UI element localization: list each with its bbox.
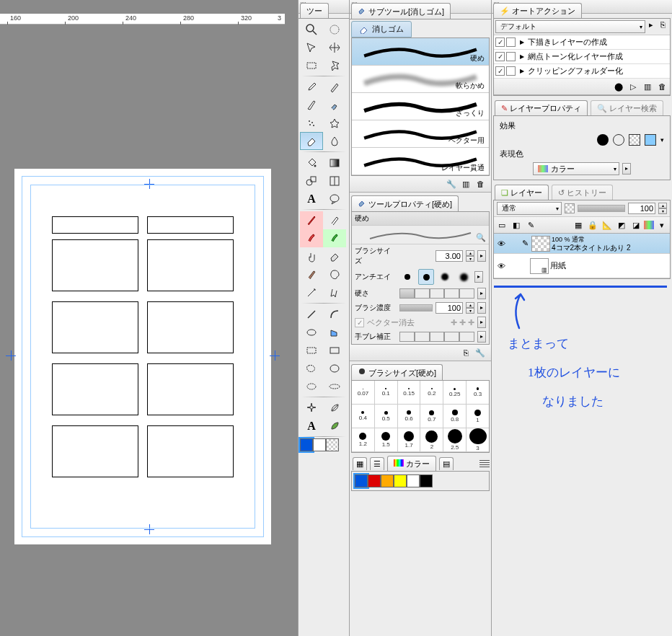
eyedropper-tool-icon[interactable] [300, 78, 323, 96]
color-red[interactable] [368, 474, 381, 487]
duplicate-set-icon[interactable]: ⎘ [657, 20, 668, 33]
brush-size-cell[interactable]: 1 [467, 405, 489, 428]
polygon-tool-icon[interactable] [323, 323, 346, 341]
lasso3-tool-icon[interactable] [300, 377, 323, 395]
fill-tool-icon[interactable] [300, 154, 323, 172]
color-yellow[interactable] [394, 474, 407, 487]
color-white[interactable] [407, 474, 420, 487]
auto-action-tab[interactable]: ⚡ オートアクション [493, 3, 582, 18]
aa-none-icon[interactable] [399, 269, 415, 285]
mask-icon[interactable]: ◩ [615, 218, 628, 231]
tool-tab[interactable]: ツー [300, 3, 329, 18]
play-action-icon[interactable]: ▶ [517, 66, 526, 76]
fg-color-swatch[interactable] [300, 438, 313, 451]
density-detail-icon[interactable]: ▸ [477, 302, 486, 314]
frame-tool-icon[interactable] [323, 172, 346, 190]
draft-icon[interactable]: ✎ [524, 218, 537, 231]
vector-detail-icon[interactable]: ▸ [477, 317, 486, 328]
action-enable-checkbox[interactable] [495, 37, 505, 47]
color-tab-2[interactable]: ☰ [370, 457, 384, 470]
brush4-tool-icon[interactable] [323, 283, 346, 301]
leaf2-tool-icon[interactable] [323, 417, 346, 435]
action-dialog-checkbox[interactable] [506, 66, 516, 76]
sparkle-tool-icon[interactable] [300, 399, 323, 417]
operation-tool-icon[interactable] [300, 38, 323, 56]
play-all-icon[interactable]: ▷ [627, 80, 640, 93]
color-fg[interactable] [355, 474, 368, 487]
new-action-icon[interactable]: ▥ [641, 80, 654, 93]
rect2-tool-icon[interactable] [323, 341, 346, 359]
aa-strong-icon[interactable] [456, 269, 472, 285]
brush-size-cell[interactable]: 0.07 [352, 381, 375, 404]
screentone-effect-icon[interactable] [629, 134, 640, 146]
layer-menu-icon[interactable]: ▾ [655, 218, 668, 231]
opacity-input[interactable]: 100 [628, 203, 655, 214]
subtool-tab-header[interactable]: サブツール[消しゴム] [351, 3, 451, 19]
alpha-icon[interactable] [565, 203, 575, 213]
visibility-icon[interactable]: 👁 [495, 260, 507, 272]
canvas-area[interactable]: 160 200 240 280 320 3 [0, 0, 298, 636]
bg-color-swatch[interactable] [313, 438, 326, 451]
auto-select-tool-icon[interactable] [323, 56, 346, 74]
brush-size-cell[interactable]: 1.2 [352, 428, 375, 451]
brush-size-cell[interactable]: 0.25 [443, 381, 467, 404]
brush-size-cell[interactable]: 0.4 [352, 405, 375, 428]
leaf-tool-icon[interactable] [323, 399, 346, 417]
action-dialog-checkbox[interactable] [506, 37, 516, 47]
export-set-icon[interactable]: ▸ [645, 20, 657, 33]
blend-mode-dropdown[interactable]: 通常 [497, 202, 562, 215]
color-tab-3[interactable]: カラー [387, 456, 436, 471]
shake-seg[interactable] [399, 332, 415, 342]
render-detail-icon[interactable]: ▸ [622, 163, 631, 175]
hardness-seg[interactable] [399, 288, 415, 299]
pen-tool-icon[interactable] [323, 78, 346, 96]
aa-mid-icon[interactable] [437, 269, 453, 285]
hardness-seg[interactable] [459, 288, 474, 299]
hardness-seg[interactable] [430, 288, 445, 299]
hardness-seg[interactable] [415, 288, 430, 299]
shake-detail-icon[interactable]: ▸ [477, 331, 486, 343]
eraser-tool-icon[interactable] [300, 132, 323, 150]
color-effect-icon[interactable] [645, 134, 656, 146]
subtool-rough[interactable]: ざっくり [352, 93, 489, 120]
density-spinner[interactable]: ▴▾ [466, 302, 474, 314]
brush-size-cell[interactable]: 2.5 [443, 428, 467, 451]
brush-size-cell[interactable]: 0.8 [443, 405, 467, 428]
brush3-tool-icon[interactable] [323, 229, 346, 247]
text-tool-icon[interactable]: A [300, 190, 323, 208]
clip-icon[interactable]: ▭ [495, 218, 508, 231]
vector-erase-checkbox[interactable] [355, 318, 364, 327]
hardness-detail-icon[interactable]: ▸ [477, 288, 486, 299]
aa-weak-icon[interactable] [418, 269, 434, 285]
ellipse4-tool-icon[interactable] [323, 377, 346, 395]
brush-size-cell[interactable]: 0.1 [375, 381, 398, 404]
shake-seg[interactable] [415, 332, 430, 342]
balloon-tool-icon[interactable] [323, 190, 346, 208]
subtool-vector[interactable]: ベクター用 [352, 120, 489, 148]
lasso2-tool-icon[interactable] [300, 359, 323, 377]
set-ref-icon[interactable]: ◪ [629, 218, 642, 231]
action-enable-checkbox[interactable] [495, 52, 505, 61]
brush-size-spinner[interactable]: ▴▾ [466, 250, 474, 262]
rect-tool-icon[interactable] [300, 341, 323, 359]
lock-icon[interactable]: 🔒 [586, 218, 599, 231]
color-black[interactable] [420, 474, 433, 487]
brush-size-cell[interactable]: 1.5 [375, 428, 398, 451]
wrench-icon[interactable]: 🔧 [445, 177, 458, 190]
brush-size-cell[interactable]: 0.3 [467, 381, 489, 404]
shake-seg[interactable] [430, 332, 445, 342]
curve-tool-icon[interactable] [323, 305, 346, 323]
text2-tool-icon[interactable]: A [300, 417, 323, 435]
action-item[interactable]: ▶ クリッピングフォルダー化 [494, 64, 670, 79]
brush-size-cell[interactable]: 1.7 [398, 428, 421, 451]
menu-icon[interactable] [479, 460, 490, 467]
delete-action-icon[interactable]: 🗑 [655, 80, 668, 93]
layer-search-tab[interactable]: 🔍 レイヤー検索 [591, 100, 663, 115]
brush2-tool-icon[interactable] [300, 229, 323, 247]
marquee-tool-icon[interactable] [300, 56, 323, 74]
layer-name-label[interactable]: 4コマ2本タイトルあり 2 [552, 244, 668, 252]
palette-tool-icon[interactable] [323, 265, 346, 283]
eraser-group-tab[interactable]: 消しゴム [351, 21, 412, 37]
color-orange[interactable] [381, 474, 394, 487]
transparent-swatch[interactable] [326, 438, 339, 451]
